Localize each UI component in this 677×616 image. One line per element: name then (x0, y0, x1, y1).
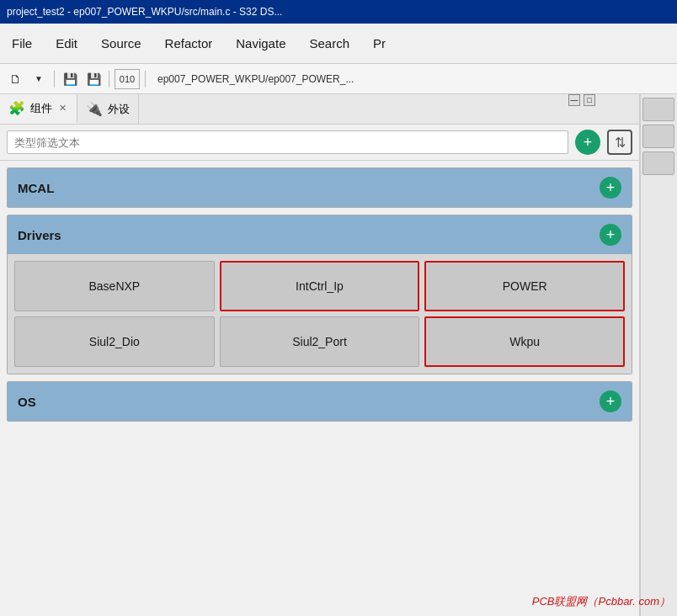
tab-peripherals-label: 外设 (108, 102, 130, 117)
toolbar-icon-new[interactable]: 🗋 (5, 69, 25, 89)
tab-components-label: 组件 (30, 101, 52, 116)
right-panel-btn-1[interactable] (642, 98, 674, 121)
section-drivers-add-button[interactable]: + (600, 224, 621, 246)
section-os-label: OS (18, 395, 36, 409)
tab-components-close[interactable]: ✕ (57, 103, 68, 114)
section-drivers: Drivers + BaseNXP IntCtrl_Ip POWER (7, 215, 632, 374)
menu-edit[interactable]: Edit (51, 33, 83, 54)
section-os-header: OS + (8, 382, 632, 421)
toolbar-sep-2 (109, 71, 109, 88)
breadcrumb: ep007_POWER_WKPU/ep007_POWER_... (157, 73, 354, 85)
watermark: PCB联盟网（Pcbbar. com） (532, 594, 670, 609)
menu-file[interactable]: File (7, 33, 37, 54)
section-mcal: MCAL + (7, 167, 632, 208)
drivers-component-grid: BaseNXP IntCtrl_Ip POWER Siul2_Dio Siul2… (8, 254, 632, 374)
tab-components[interactable]: 🧩 组件 ✕ (0, 94, 77, 124)
filter-input[interactable] (7, 130, 568, 154)
menu-pr[interactable]: Pr (368, 33, 391, 54)
maximize-button[interactable]: □ (584, 94, 595, 106)
toolbar-sep-1 (54, 71, 55, 88)
section-mcal-header: MCAL + (8, 168, 632, 207)
component-siul2-dio[interactable]: Siul2_Dio (14, 316, 215, 367)
toolbar-icon-save[interactable]: 💾 (60, 69, 80, 89)
title-bar: project_test2 - ep007_POWER_WKPU/src/mai… (0, 0, 677, 24)
left-panel: — □ 🧩 组件 ✕ 🔌 外设 + ⇅ (0, 94, 640, 616)
right-panel-btn-2[interactable] (642, 125, 674, 148)
main-layout: — □ 🧩 组件 ✕ 🔌 外设 + ⇅ (0, 94, 677, 616)
component-intctrl-ip[interactable]: IntCtrl_Ip (220, 261, 420, 311)
tab-bar: 🧩 组件 ✕ 🔌 外设 (0, 94, 639, 125)
component-area: MCAL + Drivers + BaseNXP IntCtrl_Ip (0, 161, 639, 616)
right-panel-btn-3[interactable] (642, 151, 674, 175)
filter-bar: + ⇅ (0, 125, 639, 161)
toolbar: 🗋 ▼ 💾 💾 010 ep007_POWER_WKPU/ep007_POWER… (0, 64, 677, 94)
toolbar-sep-3 (145, 71, 146, 88)
toolbar-icon-save2[interactable]: 💾 (83, 69, 104, 89)
section-drivers-header: Drivers + (8, 215, 632, 254)
tab-peripherals-icon: 🔌 (86, 101, 103, 117)
menu-refactor[interactable]: Refactor (160, 33, 218, 54)
toolbar-dropdown[interactable]: ▼ (29, 69, 49, 89)
tab-components-icon: 🧩 (8, 100, 25, 116)
component-siul2-port[interactable]: Siul2_Port (220, 316, 420, 367)
add-component-button[interactable]: + (575, 130, 600, 155)
minimize-button[interactable]: — (568, 94, 580, 106)
menu-search[interactable]: Search (304, 33, 354, 54)
component-power[interactable]: POWER (424, 261, 625, 311)
right-panel (640, 94, 677, 616)
section-mcal-add-button[interactable]: + (600, 177, 621, 199)
section-os-add-button[interactable]: + (600, 390, 621, 412)
section-mcal-label: MCAL (18, 181, 54, 195)
section-os: OS + (7, 381, 632, 422)
tab-peripherals[interactable]: 🔌 外设 (77, 94, 139, 124)
menu-bar: File Edit Source Refactor Navigate Searc… (0, 24, 677, 64)
sort-button[interactable]: ⇅ (607, 130, 632, 155)
title-text: project_test2 - ep007_POWER_WKPU/src/mai… (7, 6, 282, 18)
menu-navigate[interactable]: Navigate (231, 33, 291, 54)
component-wkpu[interactable]: Wkpu (424, 316, 625, 367)
section-drivers-label: Drivers (18, 228, 61, 242)
toolbar-icon-010[interactable]: 010 (115, 69, 140, 89)
component-basenxp[interactable]: BaseNXP (14, 261, 215, 311)
menu-source[interactable]: Source (96, 33, 147, 54)
